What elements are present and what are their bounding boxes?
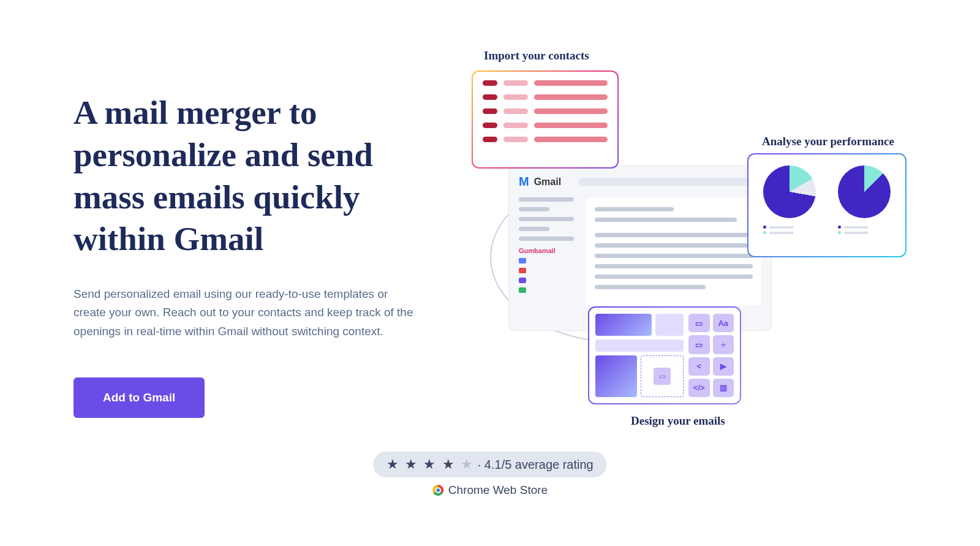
import-contacts-label: Import your contacts (484, 49, 589, 63)
columns-tool-icon: ▥ (713, 379, 734, 397)
gumbamail-label: Gumbamail (519, 247, 574, 254)
hero-illustration: M Gmail Gumbamail (466, 67, 907, 418)
pie-chart-icon (763, 165, 816, 218)
divider-tool-icon: ÷ (713, 335, 734, 354)
pie-chart-icon (838, 165, 891, 218)
analyse-performance-card (747, 153, 907, 257)
hero-copy: A mail merger to personalize and send ma… (74, 92, 441, 418)
star-rating-icon: ★ ★ ★ ★ ★ (386, 457, 473, 472)
analyse-performance-label: Analyse your performance (762, 135, 894, 148)
hero-title: A mail merger to personalize and send ma… (74, 92, 441, 260)
design-emails-card: ▭ ▭ Aa ▭ ÷ < ▶ </> ▥ (588, 306, 741, 404)
add-to-gmail-button[interactable]: Add to Gmail (74, 377, 205, 418)
button-tool-icon: ▭ (688, 335, 710, 354)
import-contacts-card (472, 70, 619, 169)
gmail-sidebar: Gumbamail (519, 197, 574, 305)
chrome-web-store-icon (432, 485, 443, 496)
rating-section: ★ ★ ★ ★ ★ · 4.1/5 average rating Chrome … (373, 452, 606, 497)
code-tool-icon: </> (688, 379, 710, 397)
image-tool-icon: ▭ (688, 314, 710, 332)
gmail-message-body (586, 197, 761, 305)
rating-pill: ★ ★ ★ ★ ★ · 4.1/5 average rating (373, 452, 606, 477)
drop-target-icon: ▭ (641, 355, 684, 397)
gmail-m-icon: M (519, 175, 529, 189)
store-line: Chrome Web Store (373, 483, 606, 497)
design-tool-palette: ▭ Aa ▭ ÷ < ▶ </> ▥ (688, 314, 734, 397)
gmail-label: Gmail (534, 176, 561, 188)
gmail-search-placeholder-bar (578, 178, 761, 186)
store-label: Chrome Web Store (448, 483, 548, 497)
text-tool-icon: Aa (713, 314, 734, 332)
design-emails-label: Design your emails (631, 414, 725, 428)
rating-text: · 4.1/5 average rating (478, 458, 594, 472)
video-tool-icon: ▶ (713, 357, 734, 376)
share-tool-icon: < (688, 357, 710, 376)
hero-section: A mail merger to personalize and send ma… (0, 0, 980, 418)
hero-subtitle: Send personalized email using our ready-… (74, 285, 417, 341)
